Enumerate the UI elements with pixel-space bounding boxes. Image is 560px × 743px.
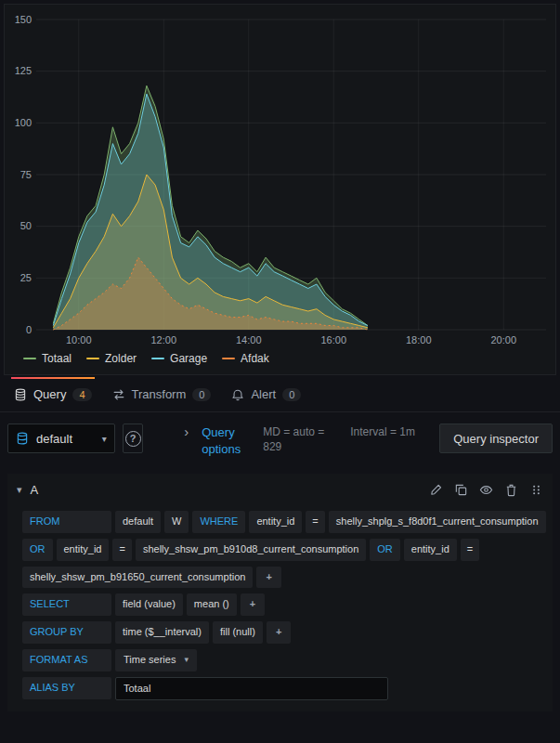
editor-tabs: Query 4 Transform 0 Alert 0 xyxy=(0,377,560,412)
query-keyword[interactable]: FROM xyxy=(22,511,111,533)
operator-segment[interactable]: = xyxy=(306,511,324,533)
query-keyword[interactable]: ALIAS BY xyxy=(22,677,111,699)
operator-segment[interactable]: = xyxy=(461,539,479,561)
chart-legend: TotaalZolderGarageAfdak xyxy=(8,350,552,372)
y-tick-label: 75 xyxy=(20,169,32,180)
series-color-swatch xyxy=(151,358,164,359)
series-color-swatch xyxy=(86,358,99,359)
query-part-segment[interactable]: time ($__interval) xyxy=(115,621,209,644)
query-part-segment[interactable]: fill (null) xyxy=(213,621,263,644)
query-row: SELECTfield (value)mean ()+ xyxy=(22,593,545,616)
datasource-help-button[interactable]: ? xyxy=(123,424,143,453)
grip-icon xyxy=(529,483,543,497)
query-part-segment[interactable]: field (value) xyxy=(115,593,183,616)
query-actions xyxy=(429,483,543,497)
query-editor-card: ▾ A xyxy=(7,474,553,711)
y-tick-label: 100 xyxy=(15,117,32,128)
trash-icon xyxy=(504,483,518,497)
tab-label: Alert xyxy=(251,387,276,401)
max-data-points-stat: MD = auto = 829 xyxy=(263,424,337,454)
query-part-segment[interactable]: W xyxy=(164,511,189,533)
chevron-right-icon: › xyxy=(184,424,189,440)
tab-alert[interactable]: Alert 0 xyxy=(221,377,311,411)
graph-panel: 025507510012515010:0012:0014:0016:0018:0… xyxy=(4,4,556,375)
drag-handle[interactable] xyxy=(529,483,543,497)
datasource-picker[interactable]: default ▾ xyxy=(7,424,115,453)
legend-label: Afdak xyxy=(241,352,269,365)
add-part-button[interactable]: + xyxy=(267,621,291,644)
operator-segment[interactable]: = xyxy=(112,539,131,561)
query-inspector-button[interactable]: Query inspector xyxy=(439,424,553,453)
tab-count: 4 xyxy=(72,388,91,401)
query-row: FROMdefaultWWHEREentity_id=shelly_shplg_… xyxy=(22,511,545,533)
database-icon xyxy=(14,388,27,401)
legend-label: Garage xyxy=(170,352,207,365)
tab-query[interactable]: Query 4 xyxy=(4,377,102,411)
edit-query-button[interactable] xyxy=(429,483,443,497)
copy-icon xyxy=(454,483,468,497)
transform-icon xyxy=(112,388,125,401)
y-tick-label: 50 xyxy=(20,220,32,231)
tab-label: Query xyxy=(33,387,66,401)
y-tick-label: 125 xyxy=(15,65,32,76)
add-part-button[interactable]: + xyxy=(256,567,280,589)
query-keyword[interactable]: OR xyxy=(370,539,400,561)
legend-item[interactable]: Garage xyxy=(151,352,207,365)
tab-label: Transform xyxy=(132,387,187,401)
query-keyword[interactable]: SELECT xyxy=(22,593,111,616)
y-tick-label: 0 xyxy=(26,324,32,335)
legend-label: Zolder xyxy=(105,352,137,365)
legend-item[interactable]: Afdak xyxy=(222,352,269,365)
query-part-segment[interactable]: shelly_shsw_pm_b910d8_current_consumptio… xyxy=(136,539,366,561)
format-as-select[interactable]: Time series▾ xyxy=(115,649,197,671)
query-row: GROUP BYtime ($__interval)fill (null)+ xyxy=(22,621,545,644)
query-part-segment[interactable]: shelly_shplg_s_f8d0f1_current_consumptio… xyxy=(329,511,546,533)
query-row: ORentity_id=shelly_shsw_pm_b910d8_curren… xyxy=(22,539,545,561)
x-tick-label: 16:00 xyxy=(320,334,346,345)
x-tick-label: 20:00 xyxy=(490,334,516,345)
legend-item[interactable]: Totaal xyxy=(23,352,72,365)
x-tick-label: 14:00 xyxy=(236,334,262,345)
query-part-segment[interactable]: entity_id xyxy=(404,539,457,561)
series-area-Garage xyxy=(53,94,368,330)
query-part-segment[interactable]: shelly_shsw_pm_b91650_current_consumptio… xyxy=(22,567,253,589)
query-ref-id: A xyxy=(31,483,39,497)
query-row: FORMAT ASTime series▾ xyxy=(22,649,545,671)
series-color-swatch xyxy=(222,358,235,359)
query-row: ALIAS BY xyxy=(22,677,545,700)
toggle-visibility-button[interactable] xyxy=(479,483,493,497)
query-row-header[interactable]: ▾ A xyxy=(7,474,553,505)
alias-by-input[interactable] xyxy=(115,677,388,700)
query-keyword[interactable]: WHERE xyxy=(192,511,245,533)
pencil-icon xyxy=(429,483,443,497)
query-options-toggle[interactable]: › Query options MD = auto = 829 Interval… xyxy=(184,424,424,457)
query-keyword[interactable]: OR xyxy=(22,539,53,561)
query-keyword[interactable]: GROUP BY xyxy=(22,621,111,644)
x-tick-label: 18:00 xyxy=(406,334,432,345)
caret-down-icon: ▾ xyxy=(102,434,107,444)
tab-count: 0 xyxy=(282,388,301,401)
delete-query-button[interactable] xyxy=(504,483,518,497)
eye-icon xyxy=(479,483,493,497)
legend-item[interactable]: Zolder xyxy=(86,352,137,365)
datasource-icon xyxy=(16,432,29,445)
query-keyword[interactable]: FORMAT AS xyxy=(22,649,111,671)
interval-stat: Interval = 1m xyxy=(350,424,424,439)
tab-transform[interactable]: Transform 0 xyxy=(102,377,222,411)
series-color-swatch xyxy=(23,358,36,359)
query-part-segment[interactable]: default xyxy=(115,511,161,533)
query-body: FROMdefaultWWHEREentity_id=shelly_shplg_… xyxy=(7,505,553,711)
query-part-segment[interactable]: entity_id xyxy=(57,539,110,561)
tab-count: 0 xyxy=(192,388,211,401)
y-tick-label: 25 xyxy=(20,272,32,283)
help-icon: ? xyxy=(125,431,141,447)
duplicate-query-button[interactable] xyxy=(454,483,468,497)
query-options-label: Query options xyxy=(202,424,250,457)
time-series-chart[interactable]: 025507510012515010:0012:0014:0016:0018:0… xyxy=(8,8,552,350)
add-part-button[interactable]: + xyxy=(241,593,265,616)
query-part-segment[interactable]: entity_id xyxy=(249,511,302,533)
query-part-segment[interactable]: mean () xyxy=(187,593,237,616)
legend-label: Totaal xyxy=(42,352,72,365)
query-toolbar: default ▾ ? › Query options MD = auto = … xyxy=(0,412,560,470)
datasource-name: default xyxy=(36,432,72,446)
